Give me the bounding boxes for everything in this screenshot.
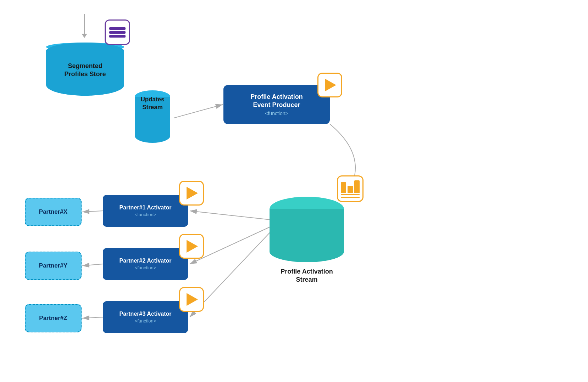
db-icon	[105, 19, 130, 45]
bar-baseline	[341, 194, 360, 195]
bar-row	[341, 179, 360, 193]
partner3-activator-icon	[179, 287, 204, 312]
partner1-title: Partner#1 Activator	[119, 204, 171, 211]
partner2-activator-box: Partner#2 Activator <function>	[103, 248, 188, 280]
partner1-activator-box: Partner#1 Activator <function>	[103, 195, 188, 227]
partner-x-label: Partner#X	[39, 208, 67, 215]
stripe-2	[109, 31, 126, 34]
updates-stream-label: Updates Stream	[117, 96, 188, 111]
stripe-3	[109, 35, 126, 38]
event-producer-subtitle: <function>	[265, 111, 288, 116]
arrow-down-db	[81, 14, 88, 39]
partner-y-label: Partner#Y	[39, 262, 67, 269]
partner3-activator-box: Partner#3 Activator <function>	[103, 301, 188, 333]
play-triangle-act2	[187, 240, 198, 253]
profile-activation-stream-cylinder	[270, 197, 344, 262]
bar-3	[354, 180, 360, 193]
profile-activation-stream-label: Profile Activation Stream	[261, 268, 353, 284]
play-triangle-act1	[187, 187, 198, 200]
partner3-title: Partner#3 Activator	[119, 311, 171, 317]
bar-2	[348, 186, 353, 193]
profiles-store-label: Segmented Profiles Store	[46, 62, 124, 79]
bar-1	[341, 182, 346, 193]
svg-line-7	[82, 317, 103, 318]
stripe-1	[109, 27, 126, 30]
partner2-title: Partner#2 Activator	[119, 258, 171, 264]
partner-z-label: Partner#Z	[39, 315, 67, 322]
svg-line-5	[82, 211, 103, 212]
svg-line-6	[82, 264, 103, 266]
partner-z-box: Partner#Z	[25, 304, 82, 332]
partner2-subtitle: <function>	[135, 265, 156, 270]
diagram-container: Segmented Profiles Store Updates Stream …	[0, 0, 588, 382]
partner2-activator-icon	[179, 234, 204, 259]
event-producer-box: Profile Activation Event Producer <funct…	[223, 85, 330, 124]
svg-line-2	[190, 211, 270, 220]
partner-y-box: Partner#Y	[25, 252, 82, 280]
event-producer-icon	[317, 73, 342, 97]
play-triangle-act3	[187, 293, 198, 306]
event-producer-title: Profile Activation Event Producer	[250, 93, 303, 109]
play-triangle-icon	[325, 79, 336, 91]
partner-x-box: Partner#X	[25, 198, 82, 226]
partner1-subtitle: <function>	[135, 212, 156, 217]
partner1-activator-icon	[179, 181, 204, 206]
profile-stream-body	[270, 209, 344, 262]
profile-stream-icon	[337, 175, 364, 202]
bar-bottom-line	[341, 197, 360, 198]
partner3-subtitle: <function>	[135, 318, 156, 324]
